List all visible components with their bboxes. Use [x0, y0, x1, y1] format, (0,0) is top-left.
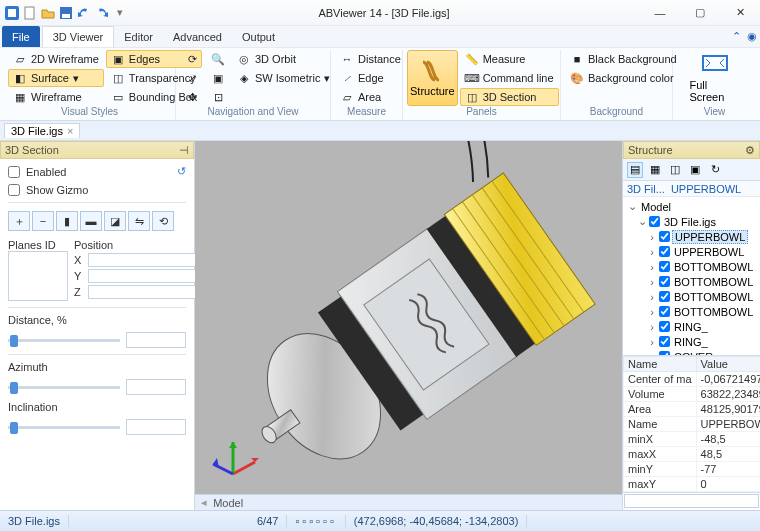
svg-rect-1	[8, 9, 16, 17]
tab-advanced[interactable]: Advanced	[163, 26, 232, 47]
plane-x-icon[interactable]: ▮	[56, 211, 78, 231]
view-tree-icon[interactable]: ▤	[627, 162, 643, 178]
btn-nav-5[interactable]: ▣	[206, 69, 230, 87]
input-azimuth[interactable]	[126, 379, 186, 395]
btn-black-background[interactable]: ■Black Background	[565, 50, 682, 68]
view-refresh-icon[interactable]: ↻	[707, 162, 723, 178]
btn-3d-orbit[interactable]: ◎3D Orbit	[232, 50, 335, 68]
tree-row[interactable]: ›BOTTOMBOWL	[625, 289, 758, 304]
btn-panel-measure[interactable]: 📏Measure	[460, 50, 559, 68]
section-icon: ◫	[465, 90, 479, 104]
redo-icon[interactable]	[94, 5, 110, 21]
edge-icon: ⟋	[340, 71, 354, 85]
plane-del-icon[interactable]: −	[32, 211, 54, 231]
tab-3d-viewer[interactable]: 3D Viewer	[42, 26, 115, 47]
view-list-icon[interactable]: ▦	[647, 162, 663, 178]
maximize-button[interactable]: ▢	[680, 0, 720, 26]
tree-row[interactable]: ›UPPERBOWL	[625, 229, 758, 244]
svg-rect-4	[62, 14, 70, 18]
btn-2d-wireframe[interactable]: ▱2D Wireframe	[8, 50, 104, 68]
chk-enabled[interactable]: Enabled↺	[8, 165, 186, 178]
tree-row[interactable]: ›COVER_	[625, 349, 758, 355]
btn-nav-1[interactable]: ⟳	[180, 50, 204, 68]
section-panel-header: 3D Section⊣	[0, 141, 194, 159]
statusbar: 3D File.igs 6/47 ▫▫▫▫▫▫ (472,6968; -40,4…	[0, 510, 760, 531]
transparency-icon: ◫	[111, 71, 125, 85]
collapse-ribbon-icon[interactable]: ⌃	[728, 26, 744, 47]
close-button[interactable]: ✕	[720, 0, 760, 26]
planes-list[interactable]	[8, 251, 68, 301]
quick-access-toolbar: ▾	[0, 5, 128, 21]
btn-full-screen[interactable]: Full Screen	[687, 50, 743, 106]
tree-row[interactable]: ⌄3D File.igs	[625, 214, 758, 229]
prop-value: 48,5	[696, 447, 760, 462]
btn-command-line[interactable]: ⌨Command line	[460, 69, 559, 87]
crumb-item[interactable]: UPPERBOWL	[671, 183, 741, 195]
fullscreen-icon	[701, 53, 729, 77]
document-tab[interactable]: 3D File.igs×	[4, 123, 80, 138]
pin-icon[interactable]: ⊣	[179, 144, 189, 157]
tab-close-icon[interactable]: ×	[67, 125, 73, 137]
structure-icon	[418, 59, 446, 83]
tree-row[interactable]: ›RING_	[625, 334, 758, 349]
prop-value: 48125,90179...	[696, 402, 760, 417]
slider-distance[interactable]	[8, 332, 186, 348]
slider-azimuth[interactable]	[8, 379, 186, 395]
tab-output[interactable]: Output	[232, 26, 285, 47]
tree-row[interactable]: ›BOTTOMBOWL	[625, 274, 758, 289]
plane-y-icon[interactable]: ▬	[80, 211, 102, 231]
open-icon[interactable]	[40, 5, 56, 21]
crumb-file[interactable]: 3D Fil...	[627, 183, 665, 195]
new-icon[interactable]	[22, 5, 38, 21]
btn-surface[interactable]: ◧Surface ▾	[8, 69, 104, 87]
chk-show-gizmo[interactable]: Show Gizmo	[8, 184, 186, 196]
tree-row[interactable]: ›UPPERBOWL	[625, 244, 758, 259]
help-icon[interactable]: ◉	[744, 26, 760, 47]
btn-3d-section[interactable]: ◫3D Section	[460, 88, 559, 106]
plane-z-icon[interactable]: ◪	[104, 211, 126, 231]
tree-row[interactable]: ›BOTTOMBOWL	[625, 259, 758, 274]
tab-file[interactable]: File	[2, 26, 40, 47]
viewport-3d[interactable]: ◂ Model	[195, 141, 622, 510]
edges-icon: ▣	[111, 52, 125, 66]
slider-inclination[interactable]	[8, 419, 186, 435]
btn-sw-isometric[interactable]: ◈SW Isometric ▾	[232, 69, 335, 87]
view-assembly-icon[interactable]: ◫	[667, 162, 683, 178]
section-panel: 3D Section⊣ Enabled↺ Show Gizmo ＋ − ▮ ▬ …	[0, 141, 195, 510]
surface-icon: ◧	[13, 71, 27, 85]
tab-editor[interactable]: Editor	[114, 26, 163, 47]
btn-distance[interactable]: ↔Distance	[335, 50, 406, 68]
viewport-tab-model[interactable]: Model	[213, 497, 243, 509]
panel-gear-icon[interactable]: ⚙	[745, 144, 755, 157]
plane-flip-icon[interactable]: ⇋	[128, 211, 150, 231]
group-navigation: Navigation and View	[180, 106, 326, 120]
btn-nav-6[interactable]: ⊡	[206, 88, 230, 106]
view-collapse-icon[interactable]: ▣	[687, 162, 703, 178]
btn-background-color[interactable]: 🎨Background color	[565, 69, 682, 87]
btn-edge[interactable]: ⟋Edge	[335, 69, 406, 87]
input-inclination[interactable]	[126, 419, 186, 435]
plane-add-icon[interactable]: ＋	[8, 211, 30, 231]
btn-nav-2[interactable]: ⤢	[180, 69, 204, 87]
plane-reset-icon[interactable]: ⟲	[152, 211, 174, 231]
save-icon[interactable]	[58, 5, 74, 21]
input-distance[interactable]	[126, 332, 186, 348]
btn-area[interactable]: ▱Area	[335, 88, 406, 106]
group-measure: Measure	[335, 106, 398, 120]
btn-nav-3[interactable]: ✥	[180, 88, 204, 106]
minimize-button[interactable]: —	[640, 0, 680, 26]
tree-row[interactable]: ⌄Model	[625, 199, 758, 214]
structure-search-input[interactable]	[624, 494, 759, 508]
structure-tree[interactable]: ⌄Model⌄3D File.igs›UPPERBOWL›UPPERBOWL›B…	[623, 197, 760, 355]
btn-structure-big[interactable]: Structure	[407, 50, 458, 106]
refresh-icon[interactable]: ↺	[177, 165, 186, 178]
black-bg-icon: ■	[570, 52, 584, 66]
undo-icon[interactable]	[76, 5, 92, 21]
tree-row[interactable]: ›BOTTOMBOWL	[625, 304, 758, 319]
tree-row[interactable]: ›RING_	[625, 319, 758, 334]
axis-gizmo	[203, 424, 263, 484]
btn-3d-wireframe[interactable]: ▦Wireframe	[8, 88, 104, 106]
prop-name: Area	[624, 402, 697, 417]
btn-nav-4[interactable]: 🔍	[206, 50, 230, 68]
qat-dropdown-icon[interactable]: ▾	[112, 5, 128, 21]
